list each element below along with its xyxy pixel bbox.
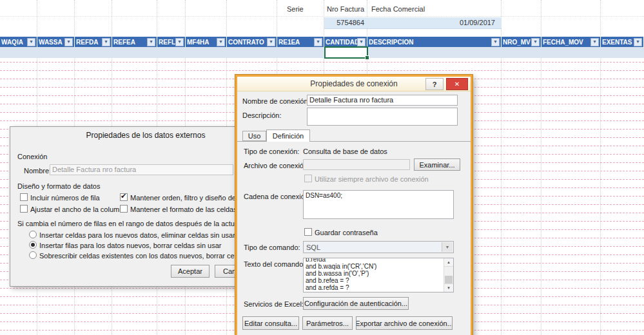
rows-change-label: Si cambia el número de filas en el rango… [17, 220, 253, 227]
help-button[interactable]: ? [425, 78, 444, 90]
scrollbar-thumb[interactable] [445, 276, 453, 283]
close-button[interactable]: ✕ [446, 78, 468, 90]
connection-file-input [303, 159, 410, 170]
scroll-down-icon[interactable]: ▼ [444, 283, 453, 292]
checkbox-save-password[interactable] [304, 228, 312, 236]
table-data-row[interactable] [0, 47, 644, 58]
radio-overwrite-cells[interactable] [29, 251, 37, 259]
radio-insert-rows[interactable] [29, 241, 37, 249]
column-header-label: REFDA [76, 39, 102, 46]
checkbox-keep-cell-format[interactable] [120, 205, 128, 213]
filter-dropdown-icon[interactable]: ▼ [531, 38, 540, 46]
excel-window: Serie Nro Factura Fecha Comercial 575486… [0, 0, 644, 335]
row-gridline [0, 70, 644, 71]
filter-dropdown-icon[interactable]: ▼ [175, 38, 184, 46]
scroll-up-icon[interactable]: ▲ [444, 258, 453, 267]
column-header-contrato[interactable]: CONTRATO▼ [227, 37, 277, 47]
column-header-label: WASSA [39, 39, 64, 46]
connection-file-label: Archivo de conexión: [244, 162, 309, 169]
name-label: Nombre: [24, 167, 51, 175]
layout-section-label: Diseño y formato de datos [17, 182, 100, 190]
checkbox-adjust-column-width[interactable] [20, 205, 28, 213]
header-fecha-comercial: Fecha Comercial [371, 5, 425, 13]
active-cell[interactable] [324, 46, 368, 59]
browse-button[interactable]: Examinar... [414, 158, 460, 171]
filter-dropdown-icon[interactable]: ▼ [217, 38, 225, 46]
row-gridline [0, 62, 644, 62]
header-nro-factura: Nro Factura [327, 5, 364, 13]
description-label: Descripción: [242, 111, 282, 119]
edit-query-button[interactable]: Editar consulta... [242, 316, 299, 330]
checkbox-always-use-file [304, 175, 312, 182]
radio-insert-cells[interactable] [29, 231, 37, 238]
column-header-exentas[interactable]: EXENTAS▼ [601, 37, 644, 47]
help-icon: ? [433, 81, 437, 88]
column-header-wassa[interactable]: WASSA▼ [37, 37, 75, 47]
close-icon: ✕ [454, 81, 460, 88]
column-header-label: NRO_MV [503, 39, 531, 46]
connection-string-label: Cadena de conexión: [244, 193, 311, 200]
export-connection-file-button[interactable]: Exportar archivo de conexión... [356, 316, 453, 330]
include-row-numbers-label: Incluir números de fila [30, 194, 100, 202]
chevron-down-glyph: ▼ [445, 245, 450, 249]
connection-name-input[interactable]: Detalle Factura nro factura [307, 95, 458, 106]
connection-properties-dialog: Propiedades de conexión ? ✕ Nombre de co… [235, 75, 473, 335]
filter-dropdown-icon[interactable]: ▼ [267, 38, 275, 46]
column-header-re1ea[interactable]: RE1EA▼ [277, 37, 324, 47]
connection-section-label: Conexión [17, 153, 47, 160]
invoice-values-row: 5754864 01/09/2017 [324, 17, 502, 29]
column-header-refda[interactable]: REFDA▼ [75, 37, 112, 47]
filter-dropdown-icon[interactable]: ▼ [491, 38, 500, 46]
adjust-column-width-label: Ajustar el ancho de la columna [30, 206, 127, 213]
excel-services-label: Servicios de Excel: [244, 300, 304, 308]
column-header-fecha_mov[interactable]: FECHA_MOV▼ [542, 37, 601, 47]
filter-dropdown-icon[interactable]: ▼ [590, 38, 599, 46]
filter-dropdown-icon[interactable]: ▼ [357, 38, 366, 46]
fill-handle[interactable] [365, 55, 369, 60]
command-text-label: Texto del comando: [244, 260, 305, 268]
accept-button[interactable]: Aceptar [171, 265, 210, 278]
checkbox-keep-sort-filter-layout[interactable]: ✔ [120, 193, 128, 201]
connection-name-label: Nombre de conexión: [242, 97, 310, 105]
column-header-waqia[interactable]: WAQIA▼ [0, 37, 37, 47]
authentication-settings-button[interactable]: Configuración de autenticación... [303, 297, 409, 310]
filter-dropdown-icon[interactable]: ▼ [634, 38, 642, 46]
column-header-cantidad[interactable]: CANTIDAD▼ [324, 37, 367, 47]
column-header-label: MF4HA [187, 39, 217, 46]
dialog-titlebar[interactable]: Propiedades de conexión ? ✕ [237, 77, 471, 91]
keep-cell-format-label: Mantener el formato de las celdas [130, 206, 237, 213]
tab-uso[interactable]: Uso [242, 131, 266, 141]
filter-dropdown-icon[interactable]: ▼ [314, 38, 322, 46]
tab-label: Uso [248, 132, 261, 140]
tab-label: Definición [273, 132, 304, 140]
column-header-label: RE1EA [278, 39, 314, 46]
column-header-label: EXENTAS [602, 39, 634, 46]
filter-dropdown-icon[interactable]: ▼ [102, 38, 110, 46]
checkbox-include-row-numbers[interactable] [20, 193, 28, 201]
column-header-label: DESCRIPCION [369, 39, 491, 46]
cell-fecha-comercial-value[interactable]: 01/09/2017 [425, 19, 495, 26]
filter-dropdown-icon[interactable]: ▼ [27, 38, 35, 46]
description-input[interactable] [307, 108, 458, 126]
cell-nro-factura-value[interactable]: 5754864 [326, 19, 364, 26]
tab-definicion[interactable]: Definición [266, 129, 310, 142]
filter-dropdown-icon[interactable]: ▼ [147, 38, 155, 46]
column-header-descripcion[interactable]: DESCRIPCION▼ [367, 37, 502, 47]
chevron-down-icon[interactable]: ▼ [442, 242, 453, 252]
column-header-mf4ha[interactable]: MF4HA▼ [186, 37, 227, 47]
row-gridline [0, 16, 644, 17]
column-header-refla[interactable]: REFLA▼ [157, 37, 186, 47]
scrollbar[interactable]: ▲ ▼ [444, 258, 453, 292]
command-text-textarea[interactable]: b.refda and b.waqia in('CR','CN') and b.… [303, 258, 454, 292]
radio-insert-cells-label: Insertar celdas para los nuevos datos, e… [39, 231, 235, 239]
command-type-select[interactable]: SQL ▼ [303, 241, 454, 253]
connection-string-value: DSN=as400; [306, 192, 342, 199]
save-password-label: Guardar contraseña [315, 229, 378, 236]
connection-string-textarea[interactable]: DSN=as400; [303, 190, 454, 219]
parameters-button[interactable]: Parámetros... [302, 316, 353, 330]
filter-dropdown-icon[interactable]: ▼ [64, 38, 73, 46]
connection-name-field[interactable]: Detalle Factura nro factura [50, 164, 233, 175]
command-text-value: b.refda and b.waqia in('CR','CN') and b.… [306, 258, 376, 291]
column-header-nro_mv[interactable]: NRO_MV▼ [502, 37, 542, 47]
column-header-refea[interactable]: REFEA▼ [112, 37, 157, 47]
